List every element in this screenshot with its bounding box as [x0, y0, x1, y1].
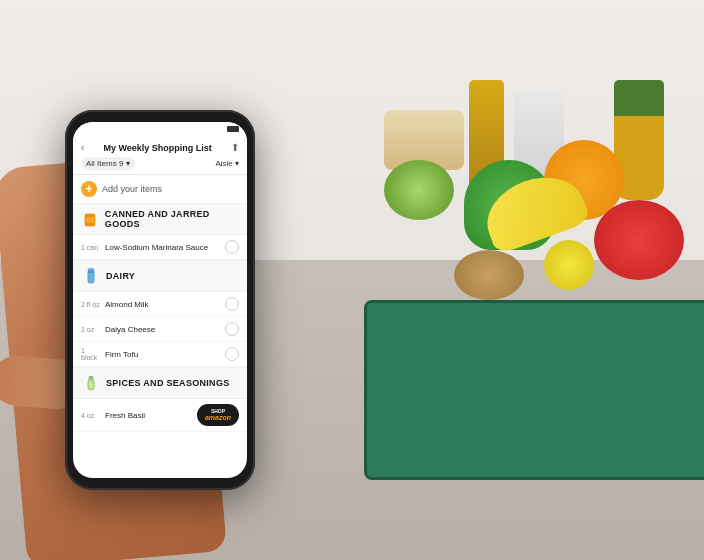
item-name: Daiya Cheese [105, 325, 221, 334]
list-item[interactable]: 1 can Low-Sodium Marinara Sauce [73, 235, 247, 260]
item-qty: 1 block [81, 347, 101, 361]
grocery-basket [344, 80, 704, 500]
back-chevron: ‹ [81, 142, 84, 153]
lemon [544, 240, 594, 290]
dairy-category-name: DAIRY [106, 271, 135, 281]
filter-all-items[interactable]: All Items 9 ▾ [81, 157, 135, 170]
svg-rect-7 [88, 379, 94, 390]
page-title: My Weekly Shopping List [103, 143, 211, 153]
list-item[interactable]: 1 oz Daiya Cheese [73, 317, 247, 342]
category-canned: CANNED AND JARRED GOODS 1 can Low-Sodium… [73, 204, 247, 260]
item-name: Fresh Basil [105, 411, 193, 420]
phone-screen: ‹ My Weekly Shopping List ⬆ All Items 9 … [73, 122, 247, 478]
status-bar [73, 122, 247, 136]
header-top: ‹ My Weekly Shopping List ⬆ [81, 142, 239, 153]
svg-point-6 [88, 269, 94, 272]
back-button[interactable]: ‹ [81, 142, 84, 153]
spices-icon [81, 373, 101, 393]
item-checkbox[interactable] [225, 240, 239, 254]
hand-thumb [0, 354, 74, 411]
category-spices: SPICES AND SEASONINGS 4 oz Fresh Basil S… [73, 367, 247, 432]
share-button[interactable]: ⬆ [231, 142, 239, 153]
list-item[interactable]: 4 oz Fresh Basil SHOP amazon [73, 399, 247, 432]
item-qty: 1 oz [81, 326, 101, 333]
amazon-logo: amazon [203, 414, 233, 422]
dairy-icon [81, 266, 101, 286]
item-checkbox[interactable] [225, 322, 239, 336]
potatoes [454, 250, 524, 300]
app-header: ‹ My Weekly Shopping List ⬆ All Items 9 … [73, 136, 247, 175]
item-qty: 2 fl oz [81, 301, 101, 308]
item-name: Almond Milk [105, 300, 221, 309]
svg-rect-1 [85, 214, 95, 217]
item-qty: 4 oz [81, 412, 101, 419]
category-header-canned: CANNED AND JARRED GOODS [73, 204, 247, 235]
basket-tray [364, 300, 704, 480]
list-item[interactable]: 2 fl oz Almond Milk [73, 292, 247, 317]
phone: ‹ My Weekly Shopping List ⬆ All Items 9 … [65, 110, 255, 490]
canned-icon [81, 209, 100, 229]
item-checkbox[interactable] [225, 297, 239, 311]
spices-category-name: SPICES AND SEASONINGS [106, 378, 230, 388]
list-item[interactable]: 1 block Firm Tofu [73, 342, 247, 367]
item-name: Firm Tofu [105, 350, 221, 359]
shop-amazon-button[interactable]: SHOP amazon [197, 404, 239, 426]
add-items-row[interactable]: + Add your items [73, 175, 247, 204]
lettuce [384, 160, 454, 220]
filter-aisle[interactable]: Aisle ▾ [215, 159, 239, 168]
item-qty: 1 can [81, 244, 101, 251]
svg-rect-2 [85, 223, 95, 226]
item-name: Low-Sodium Marinara Sauce [105, 243, 221, 252]
hand-area: ‹ My Weekly Shopping List ⬆ All Items 9 … [0, 60, 320, 560]
red-pepper [594, 200, 684, 280]
category-header-spices: SPICES AND SEASONINGS [73, 368, 247, 399]
add-button[interactable]: + [81, 181, 97, 197]
filter-bar: All Items 9 ▾ Aisle ▾ [81, 157, 239, 170]
canned-category-name: CANNED AND JARRED GOODS [105, 209, 239, 229]
add-items-label: Add your items [102, 184, 162, 194]
category-dairy: DAIRY 2 fl oz Almond Milk 1 oz Daiya Che… [73, 260, 247, 367]
svg-point-9 [89, 376, 93, 378]
item-checkbox[interactable] [225, 347, 239, 361]
category-header-dairy: DAIRY [73, 261, 247, 292]
signal-icon [227, 126, 239, 132]
